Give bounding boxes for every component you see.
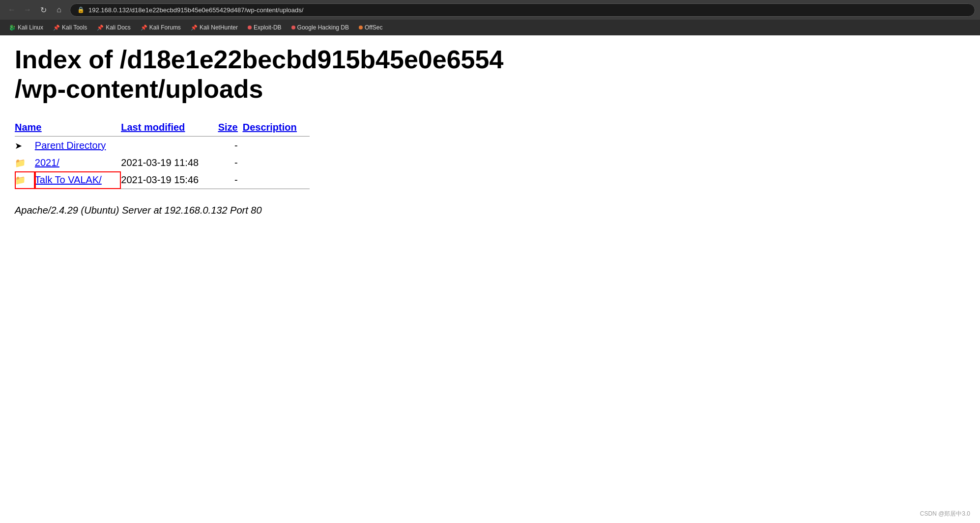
lock-icon: 🔒 xyxy=(77,6,85,13)
back-button[interactable]: ← xyxy=(5,3,19,17)
home-button[interactable]: ⌂ xyxy=(52,3,66,17)
column-header-name[interactable]: Name xyxy=(15,119,121,137)
folder-valak-desc-cell xyxy=(243,171,310,189)
folder-valak-size-cell: - xyxy=(215,171,243,189)
folder-valak-name-cell: Talk To VALAK/ xyxy=(35,171,121,189)
table-header-row: Name Last modified Size Description xyxy=(15,119,310,137)
parent-dir-size-cell: - xyxy=(215,137,243,154)
page-content: Index of /d18e1e22becbd915b45e0e6554 /wp… xyxy=(0,35,980,231)
bookmark-kali-nethunter-label: Kali NetHunter xyxy=(200,24,238,31)
column-header-last-modified[interactable]: Last modified xyxy=(121,119,215,137)
server-info: Apache/2.4.29 (Ubuntu) Server at 192.168… xyxy=(15,205,965,216)
kali-nethunter-icon: 📌 xyxy=(191,25,198,31)
table-row: 📁 Talk To VALAK/ 2021-03-19 15:46 - xyxy=(15,171,310,189)
folder-valak-icon: 📁 xyxy=(15,175,26,185)
kali-tools-icon: 📌 xyxy=(53,25,60,31)
bookmark-kali-nethunter[interactable]: 📌 Kali NetHunter xyxy=(187,23,242,32)
folder-valak-link[interactable]: Talk To VALAK/ xyxy=(35,174,102,185)
address-text: 192.168.0.132/d18e1e22becbd915b45e0e6554… xyxy=(88,6,303,14)
address-bar[interactable]: 🔒 192.168.0.132/d18e1e22becbd915b45e0e65… xyxy=(70,3,975,17)
bookmark-offsec-label: OffSec xyxy=(365,24,382,31)
parent-dir-link[interactable]: Parent Directory xyxy=(35,140,106,151)
table-row: 📁 2021/ 2021-03-19 11:48 - xyxy=(15,154,310,171)
reload-button[interactable]: ↻ xyxy=(36,3,50,17)
footer-separator xyxy=(15,189,310,195)
bookmark-offsec[interactable]: OffSec xyxy=(355,23,386,32)
folder-valak-date-cell: 2021-03-19 15:46 xyxy=(121,171,215,189)
last-modified-sort-link[interactable]: Last modified xyxy=(121,122,185,133)
page-title: Index of /d18e1e22becbd915b45e0e6554 /wp… xyxy=(15,45,965,104)
column-header-size[interactable]: Size xyxy=(215,119,243,137)
nav-buttons: ← → ↻ ⌂ xyxy=(5,3,66,17)
folder-2021-date-cell: 2021-03-19 11:48 xyxy=(121,154,215,171)
exploit-db-icon xyxy=(248,26,252,29)
browser-toolbar: ← → ↻ ⌂ 🔒 192.168.0.132/d18e1e22becbd915… xyxy=(0,0,980,20)
folder-2021-desc-cell xyxy=(243,154,310,171)
bookmark-kali-docs[interactable]: 📌 Kali Docs xyxy=(93,23,135,32)
parent-dir-icon: ➤ xyxy=(15,141,22,151)
bookmark-kali-tools-label: Kali Tools xyxy=(62,24,87,31)
folder-2021-link[interactable]: 2021/ xyxy=(35,157,59,168)
name-sort-link[interactable]: Name xyxy=(15,122,41,133)
kali-docs-icon: 📌 xyxy=(97,25,104,31)
kali-forums-icon: 📌 xyxy=(141,25,147,31)
browser-chrome: ← → ↻ ⌂ 🔒 192.168.0.132/d18e1e22becbd915… xyxy=(0,0,980,35)
bookmark-kali-forums-label: Kali Forums xyxy=(149,24,181,31)
parent-dir-date-cell xyxy=(121,137,215,154)
folder-2021-size-cell: - xyxy=(215,154,243,171)
folder-2021-icon: 📁 xyxy=(15,158,26,168)
parent-dir-name-cell: Parent Directory xyxy=(35,137,121,154)
folder-valak-icon-cell: 📁 xyxy=(15,171,35,189)
bookmark-kali-forums[interactable]: 📌 Kali Forums xyxy=(137,23,185,32)
bookmark-kali-linux[interactable]: 🐉 Kali Linux xyxy=(5,23,47,32)
parent-dir-icon-cell: ➤ xyxy=(15,137,35,154)
watermark: CSDN @郑居中3.0 xyxy=(920,510,970,518)
bookmark-kali-docs-label: Kali Docs xyxy=(106,24,131,31)
kali-linux-icon: 🐉 xyxy=(9,25,16,31)
bookmark-kali-linux-label: Kali Linux xyxy=(18,24,43,31)
size-sort-link[interactable]: Size xyxy=(218,122,238,133)
bookmark-google-hacking-db-label: Google Hacking DB xyxy=(297,24,349,31)
directory-table: Name Last modified Size Description xyxy=(15,119,310,195)
offsec-icon xyxy=(359,26,363,29)
forward-button[interactable]: → xyxy=(21,3,34,17)
page-title-line2: /wp-content/uploads xyxy=(15,75,263,103)
google-hacking-db-icon xyxy=(291,26,295,29)
folder-2021-icon-cell: 📁 xyxy=(15,154,35,171)
description-sort-link[interactable]: Description xyxy=(243,122,297,133)
folder-2021-name-cell: 2021/ xyxy=(35,154,121,171)
table-row: ➤ Parent Directory - xyxy=(15,137,310,154)
bookmark-exploit-db[interactable]: Exploit-DB xyxy=(244,23,286,32)
column-header-description[interactable]: Description xyxy=(243,119,310,137)
bookmark-kali-tools[interactable]: 📌 Kali Tools xyxy=(49,23,91,32)
page-title-line1: Index of /d18e1e22becbd915b45e0e6554 xyxy=(15,45,503,74)
bookmark-google-hacking-db[interactable]: Google Hacking DB xyxy=(288,23,353,32)
bookmark-exploit-db-label: Exploit-DB xyxy=(254,24,282,31)
parent-dir-desc-cell xyxy=(243,137,310,154)
bookmarks-bar: 🐉 Kali Linux 📌 Kali Tools 📌 Kali Docs 📌 … xyxy=(0,20,980,35)
